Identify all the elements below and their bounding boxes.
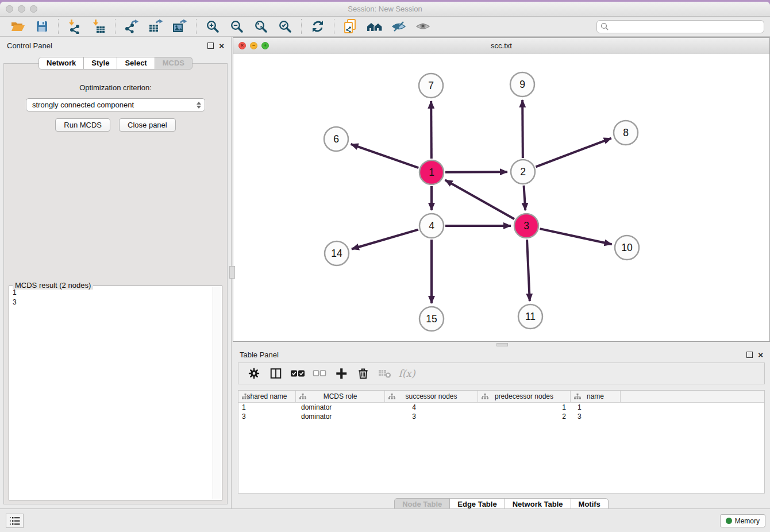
open-session-button[interactable]	[6, 18, 30, 35]
graph-edge-3-1[interactable]	[445, 180, 515, 219]
graph-node-11[interactable]: 11	[518, 304, 542, 329]
table-row[interactable]: 3dominator323	[238, 412, 764, 421]
table-cell[interactable]: 3	[385, 412, 478, 421]
svg-text:9: 9	[519, 79, 525, 90]
graph-edge-4-14[interactable]	[352, 230, 418, 249]
table-settings-button[interactable]	[244, 364, 264, 383]
float-table-panel-icon[interactable]	[746, 352, 753, 358]
close-window-button[interactable]	[6, 5, 13, 13]
column-header-MCDS-role[interactable]: MCDS role	[296, 391, 385, 402]
delete-columns-button[interactable]	[353, 364, 373, 383]
criterion-select[interactable]: strongly connected component	[26, 98, 205, 111]
graph-node-6[interactable]: 6	[324, 127, 348, 151]
table-cell[interactable]: 4	[385, 403, 478, 412]
table-row[interactable]: 1dominator411	[238, 403, 764, 412]
tab-style[interactable]: Style	[83, 57, 117, 70]
search-input[interactable]	[596, 20, 764, 33]
table-cell[interactable]: dominator	[296, 412, 385, 421]
graph-edge-1-6[interactable]	[351, 144, 418, 168]
graph-node-8[interactable]: 8	[614, 121, 638, 145]
select-all-rows-button[interactable]	[288, 364, 307, 383]
network-minimize-button[interactable]: –	[250, 42, 257, 49]
table-cell[interactable]: 1	[238, 403, 296, 412]
export-image-button[interactable]	[168, 18, 192, 35]
graph-node-10[interactable]: 10	[615, 236, 639, 260]
column-header-predecessor-nodes[interactable]: predecessor nodes	[478, 391, 571, 402]
zoom-out-button[interactable]	[225, 18, 249, 35]
tab-select[interactable]: Select	[117, 57, 155, 70]
graph-edge-3-10[interactable]	[540, 229, 611, 244]
mcds-result-text[interactable]: 1 3	[10, 288, 213, 499]
zoom-in-button[interactable]	[201, 18, 225, 35]
column-header-shared-name[interactable]: shared name	[238, 391, 296, 402]
vertical-splitter-grip[interactable]	[229, 266, 235, 279]
column-header-label: name	[587, 392, 604, 400]
delete-table-button[interactable]	[375, 364, 395, 383]
network-window-titlebar: × – + scc.txt	[233, 38, 769, 55]
table-cell[interactable]: 1	[478, 403, 571, 412]
import-table-button[interactable]	[87, 18, 111, 35]
graph-node-3[interactable]: 3	[514, 214, 538, 238]
close-panel-icon[interactable]: ×	[219, 41, 224, 50]
result-scrollbar[interactable]	[213, 287, 221, 499]
table-cell[interactable]: 3	[238, 412, 296, 421]
houses-icon	[366, 20, 383, 33]
function-builder-button[interactable]: f(x)	[397, 364, 417, 383]
graph-node-9[interactable]: 9	[510, 72, 534, 97]
add-column-button[interactable]	[332, 364, 351, 383]
attribute-tree-icon	[242, 394, 249, 399]
network-canvas[interactable]: 1234678910111415	[233, 54, 769, 341]
graph-node-14[interactable]: 14	[325, 241, 349, 265]
refresh-icon	[311, 20, 325, 33]
save-session-button[interactable]	[30, 18, 54, 35]
column-header-name[interactable]: name	[571, 391, 621, 402]
network-maximize-button[interactable]: +	[261, 42, 269, 49]
eye-icon	[415, 20, 430, 33]
export-network-button[interactable]	[120, 18, 144, 35]
graph-node-7[interactable]: 7	[419, 74, 443, 98]
network-close-button[interactable]: ×	[238, 42, 246, 49]
graph-edge-1-2[interactable]	[445, 172, 507, 172]
graph-edge-2-8[interactable]	[536, 138, 611, 167]
split-column-button[interactable]	[266, 364, 286, 383]
graph-edge-2-3[interactable]	[524, 186, 526, 210]
graph-edge-3-11[interactable]	[527, 240, 530, 301]
tab-network[interactable]: Network	[38, 57, 84, 70]
automation-panel-button[interactable]	[6, 514, 24, 528]
new-network-from-selection-button[interactable]	[338, 18, 363, 35]
refresh-view-button[interactable]	[306, 18, 330, 35]
list-icon	[10, 516, 20, 526]
zoom-selected-button[interactable]	[273, 18, 297, 35]
export-table-icon	[148, 19, 163, 34]
svg-text:11: 11	[525, 311, 536, 322]
table-cell[interactable]: 1	[571, 403, 621, 412]
run-mcds-button[interactable]: Run MCDS	[55, 118, 110, 132]
tab-mcds[interactable]: MCDS	[155, 57, 192, 70]
table-cell[interactable]: dominator	[296, 403, 385, 412]
table-cell[interactable]: 2	[478, 412, 571, 421]
graph-node-4[interactable]: 4	[419, 214, 444, 238]
hide-selected-button[interactable]	[387, 18, 411, 35]
horizontal-splitter[interactable]	[233, 342, 770, 346]
import-network-button[interactable]	[63, 18, 87, 35]
zoom-window-button[interactable]	[30, 5, 37, 13]
table-cell[interactable]: 3	[571, 412, 621, 421]
column-header-successor-nodes[interactable]: successor nodes	[385, 391, 478, 402]
graph-edge-1-7[interactable]	[431, 101, 432, 159]
zoom-fit-button[interactable]	[249, 18, 273, 35]
delete-table-icon	[378, 368, 392, 379]
graph-node-2[interactable]: 2	[511, 160, 535, 184]
minimize-window-button[interactable]	[18, 5, 25, 13]
close-table-panel-icon[interactable]: ×	[758, 350, 763, 359]
graph-node-15[interactable]: 15	[419, 307, 444, 331]
graph-edge-2-9[interactable]	[522, 100, 523, 158]
graph-node-1[interactable]: 1	[419, 160, 444, 184]
close-panel-button[interactable]: Close panel	[119, 118, 176, 132]
first-neighbors-button[interactable]	[363, 18, 387, 35]
show-all-button[interactable]	[411, 18, 435, 35]
deselect-all-rows-button[interactable]	[310, 364, 329, 383]
float-panel-icon[interactable]	[207, 43, 214, 49]
memory-button[interactable]: Memory	[720, 514, 765, 527]
export-table-button[interactable]	[144, 18, 168, 35]
status-bar: Memory	[0, 508, 770, 532]
